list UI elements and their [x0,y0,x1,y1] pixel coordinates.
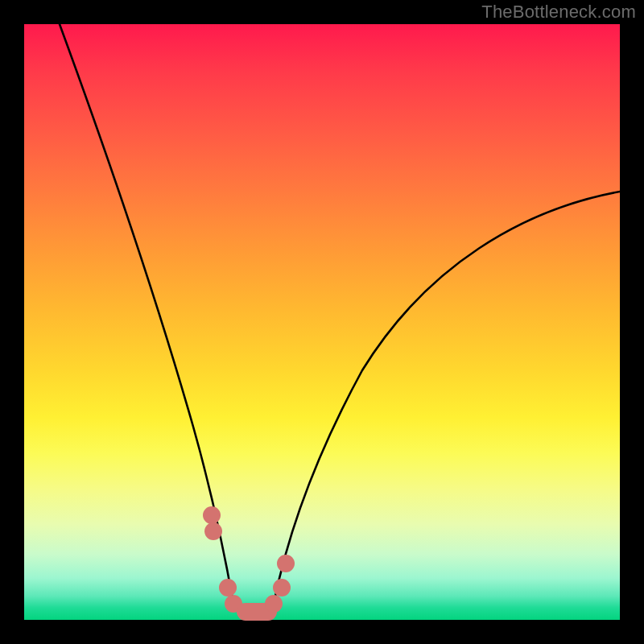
bead [277,555,295,572]
bead [265,595,283,613]
bead [203,506,221,524]
plot-area [24,24,620,620]
bead-cluster [24,24,620,620]
watermark-text: TheBottleneck.com [481,2,636,23]
bead [273,579,291,597]
chart-frame: TheBottleneck.com [0,0,644,644]
bead [219,579,237,597]
bead [204,522,222,540]
